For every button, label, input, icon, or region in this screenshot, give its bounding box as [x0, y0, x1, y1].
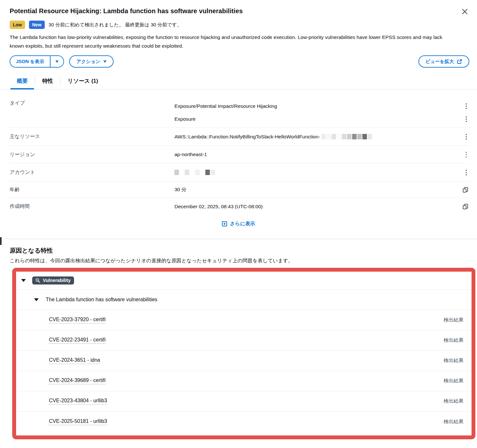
type-value: Exposure/Potential Impact/Resource Hijac…: [174, 103, 277, 109]
copy-icon: [463, 187, 468, 193]
section-divider: [5, 239, 477, 239]
causes-section-description: これらの特性は、今回の露出検出結果につながったシナリオの直接的な原因となったセキ…: [10, 257, 469, 265]
row-region-label: リージョン: [10, 151, 174, 158]
row-age: 年齢 30 分: [10, 182, 469, 198]
resource-value: AWS::Lambda::Function:NotifyBillingToSla…: [174, 134, 320, 140]
finding-results-link[interactable]: 検出結果: [444, 418, 463, 425]
close-icon: [462, 8, 468, 15]
cve-link[interactable]: CVE-2024-3651 - idna: [49, 357, 100, 364]
cve-row: CVE-2024-3651 - idna 検出結果: [16, 351, 472, 371]
caret-down-icon: [34, 298, 39, 301]
cve-row: CVE-2023-43804 - urllib3 検出結果: [16, 391, 472, 412]
copy-icon: [463, 204, 468, 210]
show-more-row: さらに表示: [0, 220, 477, 227]
row-created: 作成時間 December 02, 2025, 08:43 (UTC-08:00…: [10, 198, 469, 215]
magnifier-bug-icon: [35, 278, 41, 283]
tab-bar: 概要 特性 リソース (1): [0, 75, 477, 89]
row-type-value-2: Exposure: [174, 113, 469, 126]
row-resource-label: 主なリソース: [10, 133, 174, 140]
chevron-down-icon: [55, 61, 59, 63]
row-primary-resource: 主なリソース AWS::Lambda::Function:NotifyBilli…: [10, 128, 469, 146]
show-more-label: さらに表示: [230, 220, 255, 227]
row-account-label: アカウント: [10, 169, 174, 176]
copy-button[interactable]: [462, 186, 469, 194]
row-region: リージョン ap-northeast-1: [10, 146, 469, 164]
chevron-down-icon: [103, 61, 107, 63]
external-link-icon: [457, 59, 462, 64]
cve-link[interactable]: CVE-2023-37920 - certifi: [49, 317, 106, 323]
highlight-annotation-box: Vulnerability The Lambda function has so…: [12, 268, 475, 439]
detection-time-text: 30 分前に初めて検出されました。 最終更新は 30 分前です。: [49, 22, 182, 28]
expand-view-label: ビューを拡大: [426, 59, 454, 65]
redacted-value: [174, 170, 215, 175]
cve-row: CVE-2023-37920 - certifi 検出結果: [16, 310, 472, 331]
cve-link[interactable]: CVE-2023-43804 - urllib3: [49, 398, 107, 405]
collapse-caret-button[interactable]: [32, 296, 41, 303]
kebab-menu-button[interactable]: [463, 102, 470, 111]
tab-overview[interactable]: 概要: [10, 75, 35, 89]
meta-row: Low New 30 分前に初めて検出されました。 最終更新は 30 分前です。: [0, 21, 477, 29]
tab-attributes[interactable]: 特性: [35, 75, 60, 89]
kebab-menu-button[interactable]: [463, 132, 470, 141]
show-json-split-button: JSON を表示: [10, 55, 64, 68]
actions-button-label: アクション: [76, 59, 100, 65]
row-type: タイプ Exposure/Potential Impact/Resource H…: [10, 95, 469, 128]
actions-button[interactable]: アクション: [69, 55, 113, 68]
finding-results-link[interactable]: 検出結果: [444, 378, 463, 384]
tree-group-label: The Lambda function has software vulnera…: [46, 297, 157, 303]
row-age-label: 年齢: [10, 186, 174, 193]
cve-row: CVE-2024-39689 - certifi 検出結果: [16, 371, 472, 391]
overview-panel: タイプ Exposure/Potential Impact/Resource H…: [0, 95, 477, 215]
toolbar: JSON を表示 アクション ビューを拡大: [0, 55, 477, 68]
collapse-caret-button[interactable]: [19, 277, 28, 284]
row-account: アカウント: [10, 163, 469, 182]
close-button[interactable]: [460, 7, 469, 16]
row-type-label: タイプ: [10, 100, 174, 107]
age-value: 30 分: [174, 186, 186, 193]
created-value: December 02, 2025, 08:43 (UTC-08:00): [174, 204, 263, 210]
cve-link[interactable]: CVE-2024-39689 - certifi: [49, 378, 106, 384]
tree-row-group: The Lambda function has software vulnera…: [16, 290, 472, 310]
row-created-label: 作成時間: [10, 203, 174, 210]
plus-box-icon: [222, 221, 227, 227]
cve-row: CVE-2025-50181 - urllib3 検出結果: [16, 412, 472, 432]
caret-down-icon: [21, 279, 26, 282]
causes-section-title: 原因となる特性: [10, 246, 469, 255]
show-more-button[interactable]: さらに表示: [222, 220, 255, 227]
region-value: ap-northeast-1: [174, 152, 207, 157]
cve-link[interactable]: CVE-2025-50181 - urllib3: [49, 418, 107, 425]
kebab-menu-button[interactable]: [463, 115, 470, 124]
type-value: Exposure: [174, 116, 195, 122]
dialog-header: Potential Resource Hijacking: Lambda fun…: [0, 0, 477, 16]
tree-row-vulnerability: Vulnerability: [16, 272, 472, 290]
finding-results-link[interactable]: 検出結果: [444, 317, 463, 323]
kebab-menu-button[interactable]: [463, 168, 470, 177]
new-badge: New: [29, 21, 45, 29]
tab-resources[interactable]: リソース (1): [61, 75, 105, 89]
left-edge-tick: [0, 237, 2, 245]
kebab-menu-button[interactable]: [463, 150, 470, 159]
finding-results-link[interactable]: 検出結果: [444, 398, 463, 405]
vulnerability-badge-label: Vulnerability: [43, 278, 70, 283]
page-title: Potential Resource Hijacking: Lambda fun…: [10, 6, 243, 15]
severity-badge: Low: [10, 21, 25, 29]
show-json-button[interactable]: JSON を表示: [10, 56, 50, 67]
copy-button[interactable]: [462, 203, 469, 210]
finding-results-link[interactable]: 検出結果: [444, 337, 463, 344]
finding-results-link[interactable]: 検出結果: [444, 357, 463, 364]
vulnerability-badge: Vulnerability: [32, 276, 74, 285]
show-json-dropdown-button[interactable]: [50, 56, 63, 67]
row-type-value-1: Exposure/Potential Impact/Resource Hijac…: [174, 100, 469, 113]
expand-view-button[interactable]: ビューを拡大: [418, 55, 469, 68]
cve-link[interactable]: CVE-2022-23491 - certifi: [49, 337, 106, 344]
cve-row: CVE-2022-23491 - certifi 検出結果: [16, 331, 472, 351]
finding-description: The Lambda function has low-priority vul…: [0, 33, 460, 50]
redacted-value: [321, 134, 372, 139]
